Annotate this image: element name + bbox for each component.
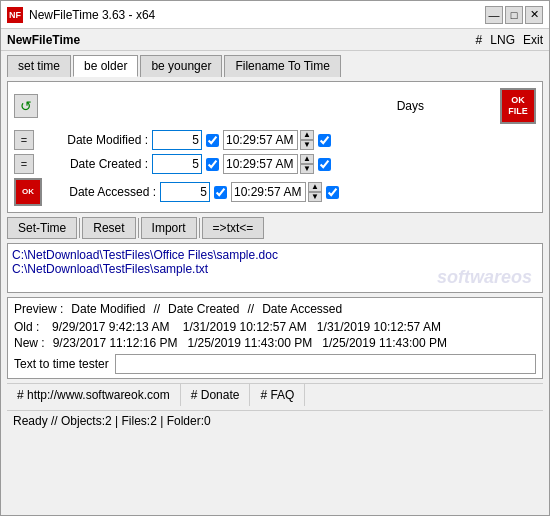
time-accessed-display: ▲ ▼ [231, 182, 322, 202]
red-icon-accessed: OK [14, 178, 42, 206]
menu-bar: NewFileTime # LNG Exit [1, 29, 549, 51]
app-name-label: NewFileTime [7, 33, 80, 47]
checkbox-modified-2[interactable] [318, 134, 331, 147]
separator-2 [138, 218, 139, 238]
set-time-button[interactable]: Set-Time [7, 217, 77, 239]
preview-old-row: Old : 9/29/2017 9:42:13 AM 1/31/2019 10:… [14, 320, 536, 334]
time-created-input[interactable] [223, 154, 298, 174]
txt-button[interactable]: =>txt<= [202, 217, 265, 239]
minimize-button[interactable]: — [485, 6, 503, 24]
date-modified-label: Date Modified : [38, 133, 148, 147]
days-accessed-input[interactable] [160, 182, 210, 202]
spin-down-created[interactable]: ▼ [300, 164, 314, 174]
window-controls: — □ ✕ [485, 6, 543, 24]
preview-date-accessed-header: Date Accessed [262, 302, 342, 316]
spin-modified: ▲ ▼ [300, 130, 314, 150]
old-values: 9/29/2017 9:42:13 AM 1/31/2019 10:12:57 … [52, 320, 441, 334]
spin-down-modified[interactable]: ▼ [300, 140, 314, 150]
tabs-bar: set time be older be younger Filename To… [1, 51, 549, 77]
tab-be-older[interactable]: be older [73, 55, 138, 77]
exit-menu[interactable]: Exit [523, 33, 543, 47]
preview-sep-1: // [153, 302, 160, 316]
action-bar: Set-Time Reset Import =>txt<= [7, 217, 543, 239]
preview-section: Preview : Date Modified // Date Created … [7, 297, 543, 379]
file-list[interactable]: C:\NetDownload\TestFiles\Office Files\sa… [7, 243, 543, 293]
checkbox-modified-1[interactable] [206, 134, 219, 147]
date-modified-row: = Date Modified : ▲ ▼ [14, 130, 536, 150]
spin-up-created[interactable]: ▲ [300, 154, 314, 164]
preview-new-row: New : 9/23/2017 11:12:16 PM 1/25/2019 11… [14, 336, 536, 350]
checkbox-accessed-1[interactable] [214, 186, 227, 199]
eq-btn-created[interactable]: = [14, 154, 34, 174]
eq-btn-modified[interactable]: = [14, 130, 34, 150]
main-window: NF NewFileTime 3.63 - x64 — □ ✕ NewFileT… [0, 0, 550, 516]
refresh-button[interactable]: ↺ [14, 94, 38, 118]
separator-3 [199, 218, 200, 238]
text-tester-row: Text to time tester [14, 354, 536, 374]
separator-1 [79, 218, 80, 238]
red-icon-top: OKFILE [500, 88, 536, 124]
date-accessed-label: Date Accessed : [46, 185, 156, 199]
time-created-display: ▲ ▼ [223, 154, 314, 174]
link-faq[interactable]: # FAQ [250, 384, 305, 406]
be-older-panel: ↺ Days OKFILE = Date Modified : ▲ ▼ [7, 81, 543, 213]
menu-right: # LNG Exit [476, 33, 543, 47]
lng-menu[interactable]: LNG [490, 33, 515, 47]
days-header-label: Days [397, 99, 424, 113]
time-accessed-input[interactable] [231, 182, 306, 202]
preview-date-modified-header: Date Modified [71, 302, 145, 316]
days-created-input[interactable] [152, 154, 202, 174]
link-softwareok[interactable]: # http://www.softwareok.com [7, 384, 181, 406]
tab-be-younger[interactable]: be younger [140, 55, 222, 77]
checkbox-created-1[interactable] [206, 158, 219, 171]
close-button[interactable]: ✕ [525, 6, 543, 24]
spin-created: ▲ ▼ [300, 154, 314, 174]
preview-header-row: Preview : Date Modified // Date Created … [14, 302, 536, 316]
tab-filename-to-time[interactable]: Filename To Time [224, 55, 340, 77]
tab-set-time[interactable]: set time [7, 55, 71, 77]
panel-header: ↺ Days OKFILE [14, 88, 536, 124]
spin-accessed: ▲ ▼ [308, 182, 322, 202]
hash-menu[interactable]: # [476, 33, 483, 47]
file-item-1[interactable]: C:\NetDownload\TestFiles\Office Files\sa… [12, 248, 538, 262]
spin-up-modified[interactable]: ▲ [300, 130, 314, 140]
bottom-links: # http://www.softwareok.com # Donate # F… [7, 383, 543, 406]
date-accessed-row: OK Date Accessed : ▲ ▼ [14, 178, 536, 206]
time-modified-display: ▲ ▼ [223, 130, 314, 150]
new-label: New : [14, 336, 45, 350]
main-content: ↺ Days OKFILE = Date Modified : ▲ ▼ [1, 77, 549, 515]
checkbox-accessed-2[interactable] [326, 186, 339, 199]
preview-date-created-header: Date Created [168, 302, 239, 316]
date-created-label: Date Created : [38, 157, 148, 171]
reset-button[interactable]: Reset [82, 217, 135, 239]
status-bar: Ready // Objects:2 | Files:2 | Folder:0 [7, 410, 543, 431]
link-donate[interactable]: # Donate [181, 384, 251, 406]
file-item-2[interactable]: C:\NetDownload\TestFiles\sample.txt [12, 262, 538, 276]
date-created-row: = Date Created : ▲ ▼ [14, 154, 536, 174]
maximize-button[interactable]: □ [505, 6, 523, 24]
import-button[interactable]: Import [141, 217, 197, 239]
preview-label: Preview : [14, 302, 63, 316]
app-icon: NF [7, 7, 23, 23]
old-label: Old : [14, 320, 44, 334]
days-modified-input[interactable] [152, 130, 202, 150]
checkbox-created-2[interactable] [318, 158, 331, 171]
preview-sep-2: // [247, 302, 254, 316]
spin-down-accessed[interactable]: ▼ [308, 192, 322, 202]
time-modified-input[interactable] [223, 130, 298, 150]
title-bar: NF NewFileTime 3.63 - x64 — □ ✕ [1, 1, 549, 29]
window-title: NewFileTime 3.63 - x64 [29, 8, 485, 22]
text-tester-input[interactable] [115, 354, 536, 374]
spin-up-accessed[interactable]: ▲ [308, 182, 322, 192]
text-tester-label: Text to time tester [14, 357, 109, 371]
new-values: 9/23/2017 11:12:16 PM 1/25/2019 11:43:00… [53, 336, 447, 350]
